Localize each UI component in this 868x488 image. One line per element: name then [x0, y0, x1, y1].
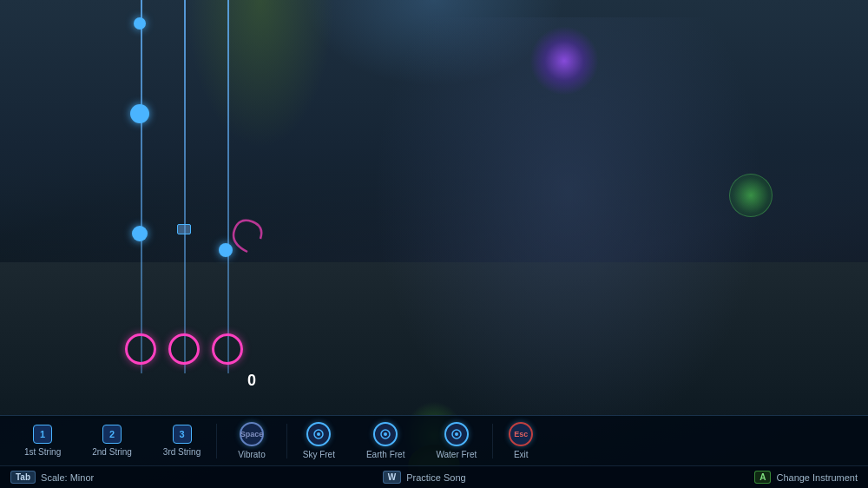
label-sky-fret: Sky Fret [303, 450, 335, 459]
hud-item-exit: Esc Exit [493, 422, 549, 459]
bottom-hud: 1 1st String 2 2nd String 3 3rd String S… [0, 415, 868, 465]
key-sky [306, 422, 331, 446]
key-earth [373, 422, 398, 446]
hud-item-earth-fret: Earth Fret [351, 422, 420, 459]
string-circle-1 [125, 333, 156, 365]
tab-badge: Tab [10, 471, 36, 484]
strings-visualization: 0 [87, 0, 278, 417]
score-display: 0 [247, 372, 256, 390]
svg-point-3 [384, 432, 387, 436]
practice-label: Practice Song [406, 472, 465, 483]
scale-label: Scale: Minor [41, 472, 94, 483]
hud-item-vibrato: Space Vibrato [217, 422, 286, 459]
decorative-curl [221, 208, 273, 260]
svg-point-1 [317, 432, 320, 436]
key-1: 1 [33, 425, 52, 444]
label-1st-string: 1st String [24, 447, 61, 457]
hud-item-1st-string: 1 1st String [9, 425, 76, 457]
label-3rd-string: 3rd String [163, 447, 201, 457]
key-2: 2 [102, 425, 122, 444]
string-circle-3 [212, 333, 243, 365]
a-badge: A [754, 471, 771, 484]
string-line-1 [141, 0, 142, 373]
hud-item-3rd-string: 3 3rd String [148, 425, 216, 457]
hud-item-sky-fret: Sky Fret [287, 422, 351, 459]
instrument-label: Change Instrument [776, 472, 858, 483]
svg-point-5 [455, 432, 458, 436]
w-badge: W [383, 471, 401, 484]
note-dot-3 [132, 226, 148, 241]
key-space: Space [240, 422, 264, 446]
status-instrument: A Change Instrument [754, 471, 858, 484]
string-line-2 [184, 0, 186, 373]
fret-indicator [177, 224, 191, 234]
string-line-3 [227, 0, 229, 373]
status-practice: W Practice Song [383, 471, 466, 484]
label-2nd-string: 2nd String [92, 447, 132, 457]
string-circle-2 [168, 333, 200, 365]
label-water-fret: Water Fret [436, 450, 477, 459]
label-vibrato: Vibrato [238, 450, 266, 459]
status-scale: Tab Scale: Minor [10, 471, 94, 484]
label-exit: Exit [514, 450, 529, 459]
key-esc: Esc [509, 422, 533, 446]
key-3: 3 [173, 425, 192, 444]
character-head-glow [529, 26, 599, 96]
hud-item-2nd-string: 2 2nd String [76, 425, 148, 457]
note-dot-2 [130, 104, 149, 123]
hud-item-water-fret: Water Fret [420, 422, 492, 459]
key-water [444, 422, 469, 446]
label-earth-fret: Earth Fret [366, 450, 404, 459]
note-dot-1 [134, 17, 146, 30]
status-bar: Tab Scale: Minor W Practice Song A Chang… [0, 465, 868, 488]
